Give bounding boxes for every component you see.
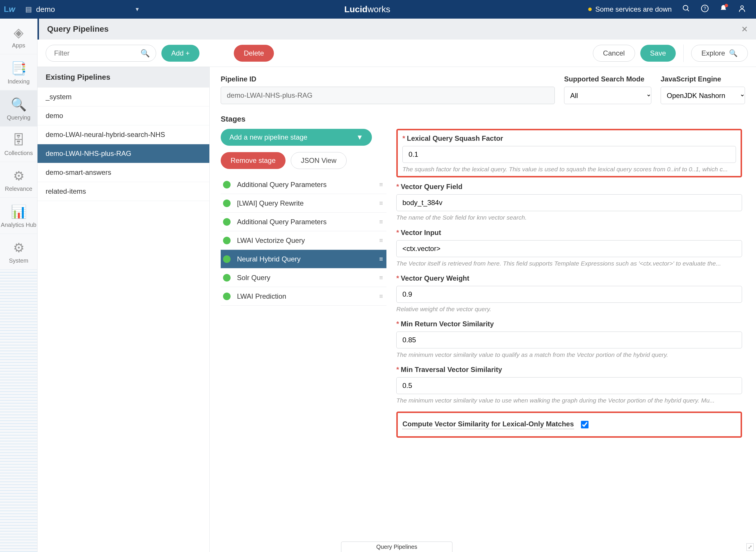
nav-querying[interactable]: 🔍Querying bbox=[0, 91, 37, 127]
top-bar: Lw ▤ demo ▼ Lucidworks Some services are… bbox=[0, 0, 756, 19]
chevron-down-icon: ▼ bbox=[356, 133, 363, 141]
brand: Lucidworks bbox=[146, 4, 588, 14]
status-dot-icon bbox=[223, 199, 231, 207]
status-indicator[interactable]: Some services are down bbox=[588, 5, 672, 13]
system-icon: ⚙ bbox=[13, 240, 24, 255]
chevron-down-icon: ▼ bbox=[135, 6, 140, 12]
field-label: Vector Query Field bbox=[401, 183, 462, 190]
drag-handle-icon[interactable]: ≡ bbox=[379, 199, 383, 207]
drag-handle-icon[interactable]: ≡ bbox=[379, 255, 383, 263]
status-dot-icon bbox=[223, 181, 231, 188]
compute-similarity-checkbox[interactable] bbox=[581, 421, 589, 428]
nav-apps[interactable]: ◈Apps bbox=[0, 19, 37, 54]
ssm-label: Supported Search Mode bbox=[564, 75, 651, 83]
pipeline-row[interactable]: _system bbox=[37, 88, 209, 107]
add-stage-button[interactable]: Add a new pipeline stage▼ bbox=[221, 129, 372, 146]
drag-handle-icon[interactable]: ≡ bbox=[379, 181, 383, 188]
stage-row[interactable]: LWAI Prediction≡ bbox=[221, 287, 387, 306]
stage-row[interactable]: Additional Query Parameters≡ bbox=[221, 175, 387, 194]
left-nav: ◈Apps 📑Indexing 🔍Querying 🗄Collections ⚙… bbox=[0, 19, 37, 552]
close-icon[interactable]: ✕ bbox=[741, 24, 748, 34]
add-button[interactable]: Add + bbox=[161, 45, 199, 62]
highlight-box: *Lexical Query Squash Factor The squash … bbox=[396, 129, 742, 177]
field-help: The name of the Solr field for knn vecto… bbox=[396, 214, 742, 221]
search-icon[interactable]: 🔍 bbox=[140, 48, 150, 57]
footer-tab[interactable]: Query Pipelines bbox=[341, 542, 452, 552]
notifications-icon[interactable] bbox=[719, 4, 728, 15]
filter-wrap: 🔍 bbox=[46, 45, 156, 62]
nav-indexing[interactable]: 📑Indexing bbox=[0, 54, 37, 91]
svg-line-1 bbox=[688, 9, 689, 11]
nav-system[interactable]: ⚙System bbox=[0, 234, 37, 270]
stage-list: Additional Query Parameters≡ [LWAI] Quer… bbox=[221, 175, 387, 306]
filter-input[interactable] bbox=[46, 45, 156, 62]
svg-point-4 bbox=[741, 6, 743, 8]
pipeline-row[interactable]: related-items bbox=[37, 182, 209, 201]
nav-relevance[interactable]: ⚙Relevance bbox=[0, 162, 37, 198]
stage-row[interactable]: LWAI Vectorize Query≡ bbox=[221, 231, 387, 250]
stage-row[interactable]: Solr Query≡ bbox=[221, 268, 387, 287]
status-text: Some services are down bbox=[595, 5, 672, 13]
apps-icon: ◈ bbox=[14, 25, 24, 40]
json-view-button[interactable]: JSON View bbox=[291, 152, 346, 169]
status-dot-icon bbox=[223, 237, 231, 244]
svg-text:?: ? bbox=[703, 6, 706, 11]
pipeline-row[interactable]: demo-LWAI-neural-hybrid-search-NHS bbox=[37, 125, 209, 144]
explore-button[interactable]: Explore 🔍 bbox=[691, 45, 748, 62]
drag-handle-icon[interactable]: ≡ bbox=[379, 237, 383, 244]
stage-row[interactable]: [LWAI] Query Rewrite≡ bbox=[221, 194, 387, 213]
app-selector[interactable]: ▤ demo ▼ bbox=[19, 5, 146, 14]
status-dot-icon bbox=[588, 8, 592, 11]
nav-collections[interactable]: 🗄Collections bbox=[0, 127, 37, 162]
drag-handle-icon[interactable]: ≡ bbox=[379, 293, 383, 300]
field-help: The minimum vector similarity value to q… bbox=[396, 351, 742, 359]
field-label: Min Return Vector Similarity bbox=[401, 320, 494, 328]
nav-analytics[interactable]: 📊Analytics Hub bbox=[0, 198, 37, 234]
jse-label: JavaScript Engine bbox=[661, 75, 745, 83]
page-title-bar: Query Pipelines ✕ bbox=[37, 19, 756, 39]
min-traversal-similarity-input[interactable] bbox=[396, 377, 742, 394]
ssm-select[interactable]: All bbox=[564, 87, 651, 104]
vector-input-field[interactable] bbox=[396, 240, 742, 257]
pipeline-id-label: Pipeline ID bbox=[221, 75, 555, 83]
remove-stage-button[interactable]: Remove stage bbox=[221, 152, 286, 169]
pipeline-row[interactable]: demo-LWAI-NHS-plus-RAG bbox=[37, 144, 209, 163]
svg-point-0 bbox=[683, 5, 688, 10]
field-help: Relative weight of the vector query. bbox=[396, 305, 742, 313]
relevance-icon: ⚙ bbox=[13, 168, 24, 183]
vector-query-weight-input[interactable] bbox=[396, 286, 742, 303]
drag-handle-icon[interactable]: ≡ bbox=[379, 274, 383, 282]
status-dot-icon bbox=[223, 255, 231, 263]
jse-select[interactable]: OpenJDK Nashorn bbox=[661, 87, 745, 104]
field-help: The minimum vector similarity value to u… bbox=[396, 396, 742, 404]
vector-query-field-input[interactable] bbox=[396, 194, 742, 211]
pipeline-row[interactable]: demo bbox=[37, 107, 209, 125]
field-help: The Vector itself is retrieved from here… bbox=[396, 259, 742, 267]
search-icon[interactable] bbox=[682, 4, 690, 15]
logo[interactable]: Lw bbox=[0, 5, 19, 14]
collections-icon: 🗄 bbox=[12, 133, 25, 147]
pipeline-list: Existing Pipelines _system demo demo-LWA… bbox=[37, 67, 210, 552]
compute-similarity-label: Compute Vector Similarity for Lexical-On… bbox=[403, 420, 574, 429]
delete-button[interactable]: Delete bbox=[234, 45, 274, 62]
cancel-button[interactable]: Cancel bbox=[593, 45, 635, 62]
form-column[interactable]: *Lexical Query Squash Factor The squash … bbox=[395, 129, 745, 544]
pipeline-row[interactable]: demo-smart-answers bbox=[37, 163, 209, 182]
status-dot-icon bbox=[223, 293, 231, 300]
help-icon[interactable]: ? bbox=[701, 4, 709, 15]
stage-row[interactable]: Neural Hybrid Query≡ bbox=[221, 250, 387, 268]
squash-factor-input[interactable] bbox=[403, 146, 736, 163]
expand-icon[interactable]: ⤢ bbox=[746, 543, 754, 551]
stage-row[interactable]: Additional Query Parameters≡ bbox=[221, 213, 387, 231]
pipeline-id-input[interactable] bbox=[221, 87, 555, 104]
indexing-icon: 📑 bbox=[11, 61, 27, 76]
status-dot-icon bbox=[223, 274, 231, 282]
save-button[interactable]: Save bbox=[640, 45, 676, 62]
status-dot-icon bbox=[223, 218, 231, 226]
stages-column: Add a new pipeline stage▼ Remove stage J… bbox=[221, 129, 387, 544]
editor: Pipeline ID Supported Search Mode All Ja… bbox=[210, 67, 756, 552]
notification-badge bbox=[725, 4, 728, 7]
user-icon[interactable] bbox=[738, 4, 746, 15]
drag-handle-icon[interactable]: ≡ bbox=[379, 218, 383, 226]
min-return-similarity-input[interactable] bbox=[396, 331, 742, 349]
